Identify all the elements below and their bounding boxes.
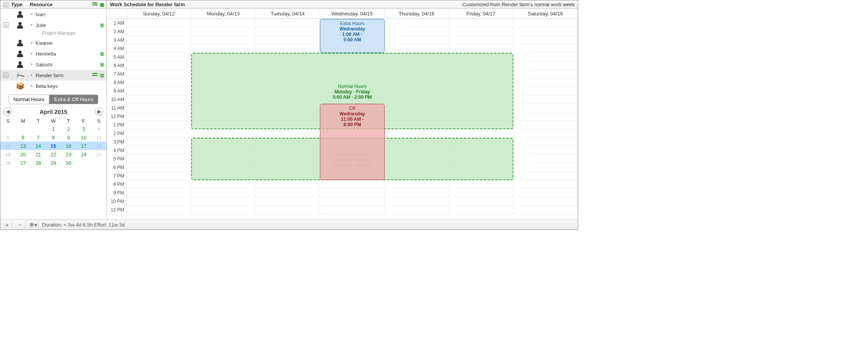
schedule-icon[interactable]: ▦ <box>100 22 104 28</box>
day-header[interactable]: Sunday, 04/12 <box>127 9 191 19</box>
day-header[interactable]: Wednesday, 04/15 <box>320 9 384 19</box>
calendar-dow: W <box>46 117 61 125</box>
calendar-day[interactable]: 9 <box>61 133 76 142</box>
calendar-day[interactable]: 15 <box>46 142 61 150</box>
hour-label: 4 PM <box>107 146 126 155</box>
day-header-row: Sunday, 04/12Monday, 04/13Tuesday, 04/14… <box>127 9 578 19</box>
calendar-day[interactable]: 19 <box>0 150 15 159</box>
bars-icon[interactable] <box>92 73 98 76</box>
calendar-day[interactable]: 12 <box>0 142 15 150</box>
calendar-day[interactable]: 20 <box>15 150 30 159</box>
mini-calendar[interactable]: SMTWTFS 12345678910111213141516171819202… <box>0 117 106 176</box>
resource-role: Project Manager <box>0 30 106 37</box>
bullet-icon: • <box>30 50 33 57</box>
calendar-day[interactable]: 21 <box>31 150 46 159</box>
cal-prev-button[interactable]: ◀ <box>3 107 12 116</box>
calendar-day[interactable] <box>91 159 106 167</box>
day-header[interactable]: Saturday, 04/18 <box>513 9 578 19</box>
off-hours-block[interactable]: OffWednesday11:00 AM -8:00 PM <box>320 104 384 180</box>
person-icon <box>17 22 24 29</box>
calendar-day[interactable] <box>46 167 61 176</box>
calendar-day[interactable]: 3 <box>76 125 91 133</box>
calendar-day[interactable]: 2 <box>61 125 76 133</box>
calendar-day[interactable] <box>31 125 46 133</box>
column-type[interactable]: Type <box>11 2 29 7</box>
hour-label: 8 PM <box>107 180 126 189</box>
calendar-day[interactable]: 26 <box>0 159 15 167</box>
schedule-icon[interactable]: ▦ <box>100 51 104 56</box>
calendar-day[interactable]: 14 <box>31 142 46 150</box>
day-header[interactable]: Tuesday, 04/14 <box>256 9 320 19</box>
calendar-day[interactable] <box>15 125 30 133</box>
hour-label: 3 PM <box>107 138 126 146</box>
schedule-grid[interactable]: 1 AM2 AM3 AM4 AM5 AM6 AM7 AM8 AM9 AM10 A… <box>107 9 578 220</box>
resource-name: Ivan <box>36 12 87 17</box>
hour-label: 7 PM <box>107 172 126 180</box>
calendar-day[interactable] <box>15 167 30 176</box>
bars-column-icon[interactable] <box>92 2 98 6</box>
calendar-day[interactable]: 18 <box>91 142 106 150</box>
seg-normal-hours[interactable]: Normal Hours <box>9 95 49 104</box>
note-icon[interactable] <box>3 22 8 28</box>
calendar-day[interactable]: 5 <box>0 133 15 142</box>
day-header[interactable]: Thursday, 04/16 <box>385 9 449 19</box>
schedule-panel: Work Schedule for Render farm Customized… <box>107 0 578 220</box>
bullet-icon: • <box>30 11 33 18</box>
calendar-day[interactable] <box>61 167 76 176</box>
calendar-day[interactable] <box>0 125 15 133</box>
schedule-column-icon[interactable]: ▦ <box>100 2 104 7</box>
schedule-icon[interactable]: ▦ <box>100 73 104 78</box>
calendar-day[interactable]: 16 <box>61 142 76 150</box>
note-column-icon[interactable] <box>3 2 8 7</box>
column-resource[interactable]: Resource <box>29 2 89 7</box>
calendar-day[interactable]: 6 <box>15 133 30 142</box>
calendar-day[interactable]: 25 <box>91 150 106 159</box>
resource-row[interactable]: •Kwame <box>0 37 106 48</box>
hammer-icon: 🔨 <box>15 70 25 80</box>
day-header[interactable]: Monday, 04/13 <box>191 9 256 19</box>
note-icon[interactable] <box>3 73 8 78</box>
calendar-day[interactable]: 1 <box>46 125 61 133</box>
seg-extra-off-hours[interactable]: Extra & Off Hours <box>49 95 98 104</box>
cal-next-button[interactable]: ▶ <box>95 107 103 116</box>
add-button[interactable]: + <box>3 221 12 228</box>
calendar-day[interactable]: 13 <box>15 142 30 150</box>
calendar-day[interactable] <box>0 167 15 176</box>
footer-bar: + − ✻▾ Duration: < 5w 4d 6.5h Effort: 11… <box>0 220 578 230</box>
calendar-day[interactable]: 11 <box>91 133 106 142</box>
schedule-icon[interactable]: ▦ <box>100 62 104 67</box>
calendar-day[interactable]: 10 <box>76 133 91 142</box>
calendar-day[interactable]: 23 <box>61 150 76 159</box>
calendar-day[interactable] <box>91 167 106 176</box>
calendar-nav: ◀ April 2015 ▶ <box>0 104 106 117</box>
calendar-day[interactable]: 24 <box>76 150 91 159</box>
calendar-day[interactable] <box>76 159 91 167</box>
calendar-dow: F <box>76 117 91 125</box>
extra-hours-block[interactable]: Extra HoursWednesday1:00 AM -5:00 AM <box>320 19 384 53</box>
day-header[interactable]: Friday, 04/17 <box>449 9 513 19</box>
hour-label: 10 PM <box>107 197 126 206</box>
calendar-dow: M <box>15 117 30 125</box>
calendar-day[interactable]: 8 <box>46 133 61 142</box>
calendar-day[interactable]: 7 <box>31 133 46 142</box>
calendar-day[interactable]: 17 <box>76 142 91 150</box>
calendar-day[interactable] <box>31 167 46 176</box>
calendar-day[interactable]: 4 <box>91 125 106 133</box>
resource-row[interactable]: •Julie▦ <box>0 20 106 30</box>
remove-button[interactable]: − <box>16 221 25 228</box>
resource-row[interactable]: •Satoshi▦ <box>0 59 106 70</box>
calendar-day[interactable]: 22 <box>46 150 61 159</box>
calendar-day[interactable]: 29 <box>46 159 61 167</box>
resource-row[interactable]: 🔨•Render farm▦ <box>0 70 106 81</box>
resource-row[interactable]: 📦•Beta keys <box>0 81 106 91</box>
grid-wrap: Sunday, 04/12Monday, 04/13Tuesday, 04/14… <box>127 9 578 220</box>
resource-row[interactable]: •Henrietta▦ <box>0 48 106 59</box>
calendar-day[interactable]: 27 <box>15 159 30 167</box>
app-window: Type Resource ▦ •Ivan•Julie▦Project Mana… <box>0 0 578 230</box>
calendar-day[interactable]: 30 <box>61 159 76 167</box>
resource-name: Julie <box>36 22 87 28</box>
resource-row[interactable]: •Ivan <box>0 9 106 20</box>
calendar-day[interactable] <box>76 167 91 176</box>
calendar-day[interactable]: 28 <box>31 159 46 167</box>
gear-menu-button[interactable]: ✻▾ <box>29 221 38 228</box>
